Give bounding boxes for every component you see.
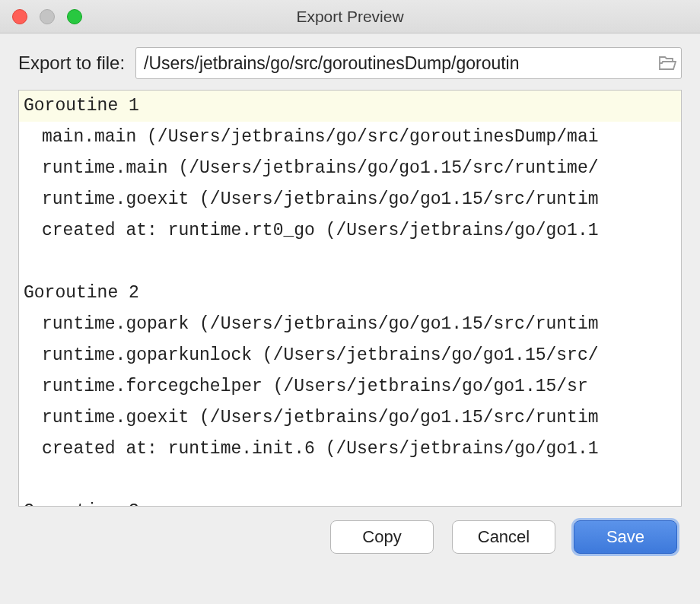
close-icon[interactable] <box>12 9 27 24</box>
blank-line <box>19 465 681 496</box>
stack-line: runtime.goexit (/Users/jetbrains/go/go1.… <box>19 402 681 434</box>
export-label: Export to file: <box>18 52 125 74</box>
stack-line: created at: runtime.rt0_go (/Users/jetbr… <box>19 215 681 246</box>
window-title: Export Preview <box>0 8 700 26</box>
save-button[interactable]: Save <box>574 520 677 554</box>
folder-open-icon[interactable] <box>654 56 681 71</box>
stack-line: runtime.gopark (/Users/jetbrains/go/go1.… <box>19 309 681 340</box>
cancel-button[interactable]: Cancel <box>452 520 555 554</box>
export-row: Export to file: <box>0 33 700 90</box>
titlebar: Export Preview <box>0 0 700 33</box>
window-controls <box>0 9 82 24</box>
dialog-buttons: Copy Cancel Save <box>0 507 700 554</box>
minimize-icon <box>40 9 55 24</box>
goroutine-header: Goroutine 2 <box>19 278 681 309</box>
copy-button[interactable]: Copy <box>330 520 434 554</box>
stack-line: created at: runtime.init.6 (/Users/jetbr… <box>19 434 681 465</box>
goroutine-header: Goroutine 1 <box>19 91 681 122</box>
stack-line: runtime.goparkunlock (/Users/jetbrains/g… <box>19 340 681 371</box>
stack-line: main.main (/Users/jetbrains/go/src/gorou… <box>19 122 681 153</box>
blank-line <box>19 246 681 278</box>
export-path-input[interactable] <box>136 53 654 74</box>
export-path-container[interactable] <box>135 47 682 79</box>
zoom-icon[interactable] <box>67 9 82 24</box>
stack-line: runtime.forcegchelper (/Users/jetbrains/… <box>19 371 681 402</box>
preview-textarea[interactable]: Goroutine 1 main.main (/Users/jetbrains/… <box>18 90 682 507</box>
stack-line: runtime.main (/Users/jetbrains/go/go1.15… <box>19 153 681 184</box>
goroutine-header: Goroutine 3 <box>19 496 681 507</box>
stack-line: runtime.goexit (/Users/jetbrains/go/go1.… <box>19 184 681 215</box>
